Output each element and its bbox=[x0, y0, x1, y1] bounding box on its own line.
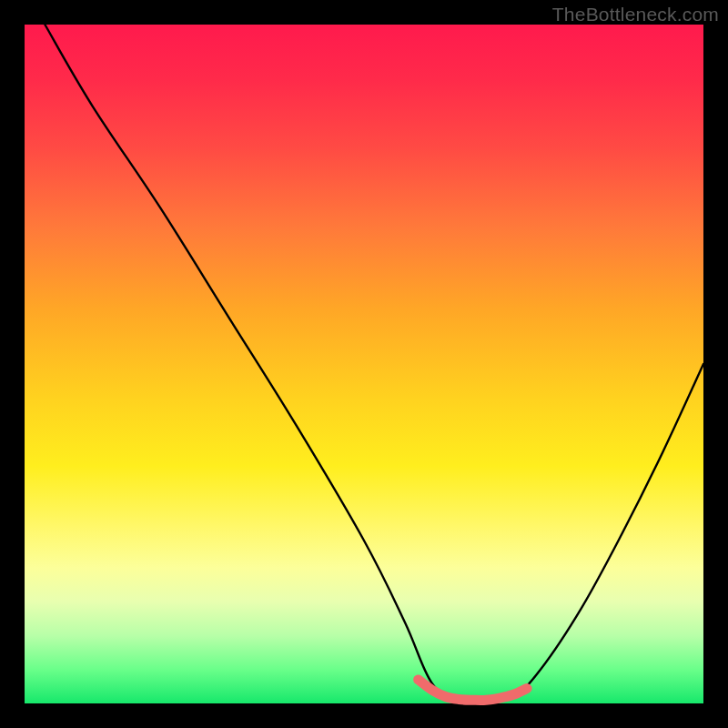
attribution-label: TheBottleneck.com bbox=[552, 4, 719, 25]
bottleneck-curve bbox=[45, 25, 703, 703]
optimal-plateau-marker bbox=[419, 680, 527, 701]
chart-frame: TheBottleneck.com bbox=[0, 0, 728, 728]
curve-layer bbox=[25, 25, 703, 703]
